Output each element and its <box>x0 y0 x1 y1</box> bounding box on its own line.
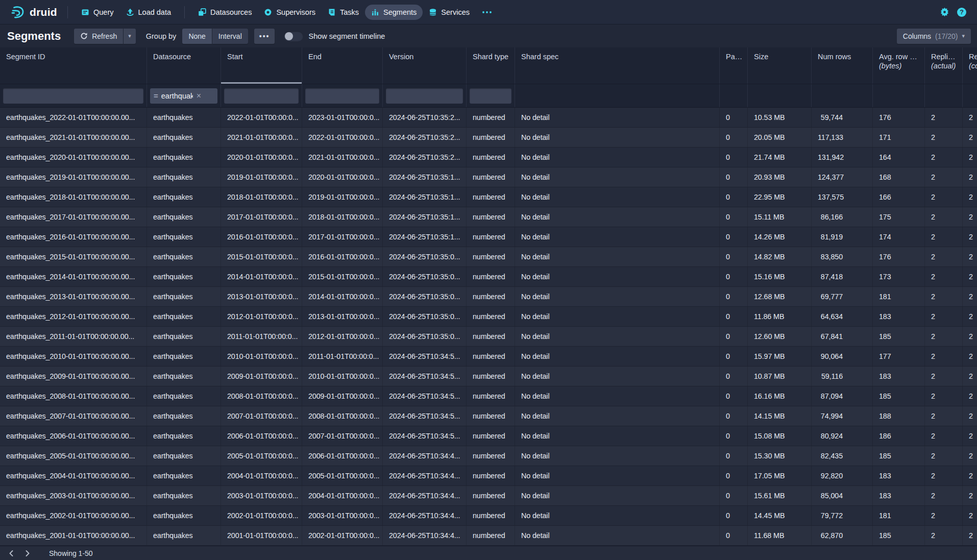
nav-item-segments[interactable]: Segments <box>365 5 423 20</box>
column-header-num_rows[interactable]: Num rows <box>812 47 873 84</box>
table-row[interactable]: earthquakes_2001-01-01T00:00:00.00...ear… <box>0 526 977 546</box>
settings-button[interactable] <box>940 7 949 17</box>
table-row[interactable]: earthquakes_2007-01-01T00:00:00.00...ear… <box>0 406 977 426</box>
group-by-interval-button[interactable]: Interval <box>212 29 248 44</box>
remove-filter-icon[interactable]: × <box>197 92 201 100</box>
next-page-button[interactable] <box>21 548 34 559</box>
nav-more-button[interactable] <box>476 5 498 20</box>
nav-item-label: Supervisors <box>276 8 315 16</box>
table-row[interactable]: earthquakes_2006-01-01T00:00:00.00...ear… <box>0 426 977 446</box>
table-row[interactable]: earthquakes_2015-01-01T00:00:00.00...ear… <box>0 247 977 267</box>
more-icon: ••• <box>259 32 270 40</box>
column-header-version[interactable]: Version <box>383 47 467 84</box>
nav-item-supervisors[interactable]: Supervisors <box>258 5 322 20</box>
cell-partition: 0 <box>720 207 748 227</box>
filter-input-shard_type[interactable] <box>470 88 511 104</box>
cell-start: 2007-01-01T00:00:0... <box>221 406 302 426</box>
druid-logo[interactable]: druid <box>7 5 60 20</box>
tasks-icon <box>328 8 336 16</box>
table-row[interactable]: earthquakes_2017-01-01T00:00:00.00...ear… <box>0 207 977 227</box>
cell-datasource: earthquakes <box>147 466 221 485</box>
help-button[interactable]: ? <box>957 7 967 17</box>
column-header-size[interactable]: Size <box>748 47 812 84</box>
page-title: Segments <box>7 30 61 43</box>
cell-size: 11.86 MB <box>748 307 812 326</box>
column-header-end[interactable]: End <box>302 47 383 84</box>
table-row[interactable]: earthquakes_2008-01-01T00:00:00.00...ear… <box>0 386 977 406</box>
toolbar-more-button[interactable]: ••• <box>254 29 275 44</box>
table-header-row: Segment IDDatasourceStartEndVersionShard… <box>0 47 977 84</box>
table-row[interactable]: earthquakes_2004-01-01T00:00:00.00...ear… <box>0 466 977 486</box>
filter-input-version[interactable] <box>386 88 463 104</box>
cell-num_rows: 69,777 <box>812 287 873 306</box>
cell-replicas: 2 <box>925 347 963 366</box>
table-row[interactable]: earthquakes_2019-01-01T00:00:00.00...ear… <box>0 167 977 187</box>
cell-replicas: 2 <box>925 167 963 187</box>
cell-replication_factor: 2 <box>963 307 977 326</box>
segment-timeline-toggle[interactable]: Show segment timeline <box>284 31 385 41</box>
table-row[interactable]: earthquakes_2018-01-01T00:00:00.00...ear… <box>0 187 977 207</box>
column-header-shard_spec[interactable]: Shard spec <box>515 47 720 84</box>
cell-replication_factor: 2 <box>963 227 977 247</box>
table-row[interactable]: earthquakes_2020-01-01T00:00:00.00...ear… <box>0 148 977 167</box>
cell-avg_row_size: 186 <box>873 426 925 446</box>
columns-button[interactable]: Columns (17/20) ▾ <box>897 29 971 44</box>
table-row[interactable]: earthquakes_2021-01-01T00:00:00.00...ear… <box>0 128 977 148</box>
cell-size: 10.53 MB <box>748 108 812 127</box>
column-header-start[interactable]: Start <box>221 47 302 84</box>
table-row[interactable]: earthquakes_2013-01-01T00:00:00.00...ear… <box>0 287 977 307</box>
table-row[interactable]: earthquakes_2005-01-01T00:00:00.00...ear… <box>0 446 977 466</box>
cell-end: 2022-01-01T00:00:0... <box>302 128 383 147</box>
refresh-label: Refresh <box>92 32 117 40</box>
column-header-label: End <box>308 53 378 61</box>
table-row[interactable]: earthquakes_2010-01-01T00:00:00.00...ear… <box>0 347 977 367</box>
table-row[interactable]: earthquakes_2002-01-01T00:00:00.00...ear… <box>0 506 977 526</box>
table-row[interactable]: earthquakes_2016-01-01T00:00:00.00...ear… <box>0 227 977 247</box>
cell-start: 2005-01-01T00:00:0... <box>221 446 302 466</box>
refresh-dropdown-button[interactable]: ▾ <box>124 29 136 44</box>
cell-size: 16.16 MB <box>748 386 812 406</box>
column-header-label: Replicas <box>931 53 958 61</box>
nav-item-load-data[interactable]: Load data <box>120 5 178 20</box>
nav-item-label: Services <box>441 8 470 16</box>
cell-shard_type: numbered <box>467 167 515 187</box>
table-row[interactable]: earthquakes_2022-01-01T00:00:00.00...ear… <box>0 108 977 128</box>
cell-start: 2006-01-01T00:00:0... <box>221 426 302 446</box>
refresh-button[interactable]: Refresh <box>74 29 123 44</box>
column-header-segment_id[interactable]: Segment ID <box>0 47 147 84</box>
column-header-shard_type[interactable]: Shard type <box>467 47 515 84</box>
table-row[interactable]: earthquakes_2012-01-01T00:00:00.00...ear… <box>0 307 977 327</box>
column-header-avg_row_size[interactable]: Avg. row size(bytes) <box>873 47 925 84</box>
nav-item-label: Datasources <box>210 8 252 16</box>
table-row[interactable]: earthquakes_2003-01-01T00:00:00.00...ear… <box>0 486 977 506</box>
datasource-filter-chip[interactable]: =earthquakes× <box>150 88 217 104</box>
cell-end: 2004-01-01T00:00:0... <box>302 486 383 505</box>
cell-replication_factor: 2 <box>963 327 977 346</box>
gear-icon <box>940 7 949 17</box>
column-header-partition[interactable]: Partition <box>720 47 748 84</box>
column-header-label: Datasource <box>153 53 216 61</box>
table-row[interactable]: earthquakes_2014-01-01T00:00:00.00...ear… <box>0 267 977 287</box>
toggle-track[interactable] <box>284 31 303 41</box>
column-header-replicas[interactable]: Replicas(actual) <box>925 47 963 84</box>
columns-label: Columns <box>903 32 931 40</box>
nav-item-tasks[interactable]: Tasks <box>322 5 365 20</box>
cell-num_rows: 87,094 <box>812 386 873 406</box>
nav-item-query[interactable]: Query <box>75 5 120 20</box>
previous-page-button[interactable] <box>5 548 17 559</box>
cell-replicas: 2 <box>925 426 963 446</box>
filter-input-segment_id[interactable] <box>3 88 143 104</box>
filter-input-end[interactable] <box>305 88 379 104</box>
cell-size: 20.05 MB <box>748 128 812 147</box>
cell-size: 21.74 MB <box>748 148 812 167</box>
filter-input-start[interactable] <box>224 88 299 104</box>
column-header-replication_factor[interactable]: Replication factor(configured) <box>963 47 977 84</box>
cell-datasource: earthquakes <box>147 108 221 127</box>
group-by-none-button[interactable]: None <box>182 29 211 44</box>
table-row[interactable]: earthquakes_2009-01-01T00:00:00.00...ear… <box>0 367 977 386</box>
cell-datasource: earthquakes <box>147 426 221 446</box>
column-header-datasource[interactable]: Datasource <box>147 47 221 84</box>
nav-item-services[interactable]: Services <box>423 5 476 20</box>
table-row[interactable]: earthquakes_2011-01-01T00:00:00.00...ear… <box>0 327 977 347</box>
nav-item-datasources[interactable]: Datasources <box>192 5 258 20</box>
